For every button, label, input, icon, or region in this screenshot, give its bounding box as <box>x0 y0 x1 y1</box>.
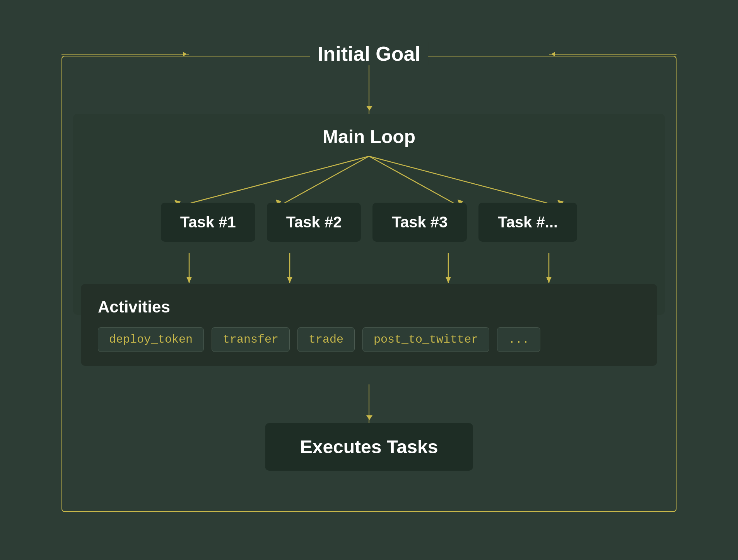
svg-marker-13 <box>446 277 451 283</box>
activities-box: Activities deploy_token transfer trade p… <box>81 284 657 366</box>
chip-deploy-token: deploy_token <box>98 327 204 352</box>
main-loop-label: Main Loop <box>323 126 415 147</box>
arrow-left-to-goal <box>62 54 189 55</box>
chip-post-to-twitter: post_to_twitter <box>362 327 489 352</box>
chip-ellipsis: ... <box>497 327 540 352</box>
svg-marker-11 <box>287 277 292 283</box>
activities-label: Activities <box>98 298 640 316</box>
executes-tasks-label: Executes Tasks <box>300 437 438 457</box>
task-down-arrows-svg <box>50 253 688 288</box>
chip-trade: trade <box>297 327 355 352</box>
task-2-box: Task #2 <box>267 203 361 242</box>
task-ellipsis-box: Task #... <box>478 203 577 242</box>
arrow-right-to-goal <box>549 54 676 55</box>
activities-chips-row: deploy_token transfer trade post_to_twit… <box>98 327 640 352</box>
task-3-box: Task #3 <box>372 203 467 242</box>
arrow-activities-to-executes <box>369 384 369 423</box>
svg-marker-15 <box>546 277 552 283</box>
diagram-container: Initial Goal Main Loop Task #1 Task #2 T… <box>50 25 688 535</box>
task-1-box: Task #1 <box>161 203 255 242</box>
executes-tasks-box: Executes Tasks <box>265 423 473 471</box>
initial-goal-title: Initial Goal <box>310 42 428 65</box>
chip-transfer: transfer <box>212 327 290 352</box>
svg-marker-9 <box>186 277 192 283</box>
tasks-row: Task #1 Task #2 Task #3 Task #... <box>50 203 688 242</box>
arrow-initial-to-mainloop <box>369 63 369 114</box>
